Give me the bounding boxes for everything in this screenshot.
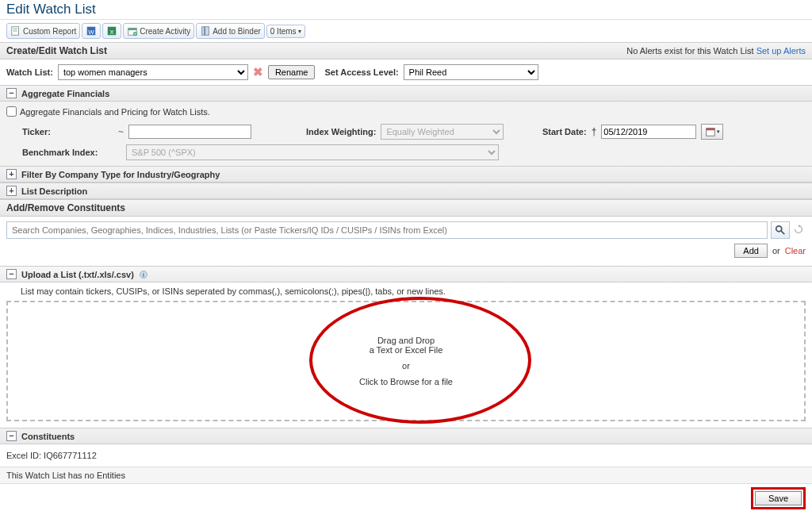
dropzone[interactable]: Drag and Drop a Text or Excel File or Cl… [6,301,806,421]
svg-rect-14 [707,129,715,131]
ticker-label: Ticker: [6,127,113,136]
toolbar: Custom Report W X + Create Activity Add … [0,20,812,42]
aggregate-checkbox[interactable] [6,106,17,117]
dagger-symbol: † [592,126,597,137]
bottom-bar: Save [0,484,812,511]
or-text: or [772,246,780,256]
constituents-title: Constituents [21,432,75,441]
svg-text:W: W [89,29,95,36]
watch-list-row: Watch List: top women managers ✖ Rename … [0,60,812,85]
no-alerts-text: No Alerts exist for this Watch List [626,46,753,56]
aggregate-title: Aggregate Financials [21,89,109,98]
info-icon[interactable]: i [139,270,148,279]
drop-or: or [402,361,410,371]
expand-filter-icon[interactable]: + [6,169,17,179]
custom-report-label: Custom Report [23,27,76,36]
create-activity-label: Create Activity [140,27,190,36]
constituents-header: − Constituents [0,428,812,444]
benchmark-label: Benchmark Index: [6,148,121,157]
upload-note: List may contain tickers, CUSIPs, or ISI… [6,284,806,301]
svg-point-17 [776,226,782,232]
add-remove-body: Add or Clear [0,217,812,266]
page-title: Edit Watch List [6,2,806,17]
list-description-header: + List Description [0,182,812,199]
drag-drop-line2: a Text or Excel File [370,345,443,355]
watch-list-select[interactable]: top women managers [58,64,248,80]
clear-link[interactable]: Clear [785,246,806,256]
svg-rect-12 [204,27,205,36]
word-icon: W [86,25,97,36]
upload-body: List may contain tickers, CUSIPs, or ISI… [0,282,812,428]
svg-line-18 [781,231,784,234]
chevron-down-icon: ▾ [717,129,720,135]
access-level-label: Set Access Level: [324,67,398,77]
create-edit-title: Create/Edit Watch List [6,45,107,56]
items-count-label: 0 Items [270,27,297,36]
upload-title: Upload a List (.txt/.xls/.csv) [21,270,134,279]
watch-list-label: Watch List: [6,67,53,77]
upload-header: − Upload a List (.txt/.xls/.csv) i [0,266,812,282]
add-to-binder-label: Add to Binder [213,27,261,36]
activity-icon: + [127,25,138,36]
delete-watchlist-icon[interactable]: ✖ [253,65,263,79]
alerts-area: No Alerts exist for this Watch List Set … [626,46,806,56]
expand-description-icon[interactable]: + [6,186,17,196]
list-description-title: List Description [21,186,87,196]
add-remove-header: Add/Remove Constituents [0,199,812,217]
constituents-body: Excel ID: IQ667771112 [0,444,812,467]
create-edit-header: Create/Edit Watch List No Alerts exist f… [0,42,812,60]
create-activity-button[interactable]: + Create Activity [123,23,194,39]
svg-text:X: X [110,29,115,36]
benchmark-select[interactable]: S&P 500 (^SPX) [126,144,499,160]
excel-id-value: IQ667771112 [44,451,97,460]
svg-rect-8 [128,29,137,31]
add-remove-title: Add/Remove Constituents [6,202,125,213]
calendar-button[interactable]: ▾ [701,124,723,140]
report-icon [10,25,21,36]
setup-alerts-link[interactable]: Set up Alerts [756,46,806,56]
browse-text: Click to Browse for a file [359,377,453,386]
save-button[interactable]: Save [755,491,802,505]
add-to-binder-button[interactable]: Add to Binder [196,23,265,39]
svg-marker-19 [799,225,801,228]
start-date-input[interactable] [601,125,696,139]
binder-icon [200,25,211,36]
items-dropdown[interactable]: 0 Items ▾ [266,25,305,38]
collapse-aggregate-icon[interactable]: − [6,88,17,98]
svg-text:i: i [143,272,144,278]
access-level-select[interactable]: Phil Reed [404,64,538,80]
aggregate-checkbox-label: Aggregate Financials and Pricing for Wat… [20,107,210,117]
start-date-label: Start Date: [542,127,587,136]
refresh-icon[interactable] [793,224,806,236]
annotation-oval [309,297,531,424]
annotation-save-highlight: Save [751,487,806,509]
filter-header: + Filter By Company Type for Industry/Ge… [0,166,812,182]
rename-button[interactable]: Rename [268,65,316,79]
custom-report-button[interactable]: Custom Report [6,23,80,39]
search-input[interactable] [6,221,768,239]
chevron-down-icon: ▾ [298,28,301,35]
add-button[interactable]: Add [734,244,768,258]
index-weighting-label: Index Weighting: [306,127,376,136]
excel-icon: X [106,25,117,36]
svg-text:+: + [134,31,136,36]
drag-drop-line1: Drag and Drop [370,336,443,345]
search-button[interactable] [771,221,790,239]
ticker-input[interactable] [128,125,251,139]
export-word-button[interactable]: W [82,23,101,39]
export-excel-button[interactable]: X [102,23,121,39]
calendar-icon [705,126,716,137]
index-weighting-select[interactable]: Equally Weighted [381,124,504,140]
tilde-symbol: ~ [118,126,124,137]
filter-title: Filter By Company Type for Industry/Geog… [21,170,220,179]
search-icon [775,225,786,236]
aggregate-body: Aggregate Financials and Pricing for Wat… [0,102,812,166]
page-header: Edit Watch List [0,0,812,20]
excel-id-label: Excel ID: [6,451,41,460]
no-entities-message: This Watch List has no Entities [0,467,812,484]
aggregate-header: − Aggregate Financials [0,85,812,102]
collapse-upload-icon[interactable]: − [6,269,17,279]
collapse-constituents-icon[interactable]: − [6,431,17,441]
